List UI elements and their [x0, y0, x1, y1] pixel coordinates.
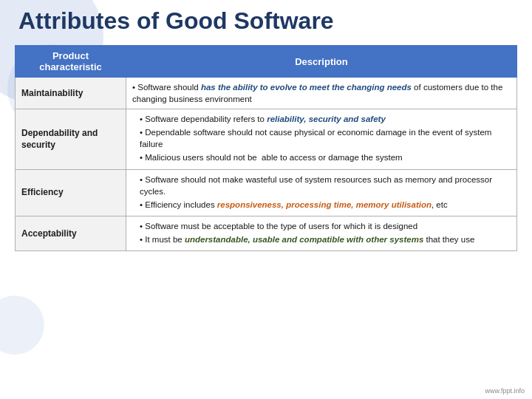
list-item: Software should not make wasteful use of…: [132, 174, 511, 197]
description-efficiency: Software should not make wasteful use of…: [126, 169, 517, 216]
desc-list: Software must be acceptable to the type …: [132, 220, 511, 245]
attributes-table: Product characteristic Description Maint…: [15, 45, 517, 251]
list-item: Software must be acceptable to the type …: [132, 220, 511, 232]
list-item: Dependable software should not cause phy…: [132, 126, 511, 150]
main-container: Attributes of Good Software Product char…: [0, 0, 532, 259]
table-row: Dependability and security Software depe…: [16, 109, 517, 169]
table-row: Efficiency Software should not make wast…: [16, 169, 517, 216]
list-item: Software dependability refers to reliabi…: [132, 113, 511, 125]
characteristic-acceptability: Acceptability: [16, 216, 126, 250]
italic-text: responsiveness, processing time, memory …: [217, 200, 432, 209]
description-acceptability: Software must be acceptable to the type …: [126, 216, 517, 250]
table-row: Acceptability Software must be acceptabl…: [16, 216, 517, 250]
desc-list: Software should not make wasteful use of…: [132, 174, 511, 211]
header-characteristic: Product characteristic: [16, 46, 126, 78]
list-item: Efficiency includes responsiveness, proc…: [132, 199, 511, 211]
characteristic-maintainability: Maintainability: [16, 78, 126, 109]
watermark: www.fppt.info: [485, 387, 525, 395]
characteristic-efficiency: Efficiency: [16, 169, 126, 216]
page-title: Attributes of Good Software: [18, 7, 517, 35]
characteristic-dependability: Dependability and security: [16, 109, 126, 169]
desc-text: • Software should has the ability to evo…: [132, 83, 502, 103]
italic-text: has the ability to evolve to meet the ch…: [201, 83, 412, 92]
italic-text: reliability, security and safety: [267, 115, 386, 123]
italic-text: understandable, usable and compatible wi…: [185, 235, 423, 244]
description-dependability: Software dependability refers to reliabi…: [126, 109, 517, 169]
header-description: Description: [126, 46, 517, 78]
description-maintainability: • Software should has the ability to evo…: [126, 78, 517, 109]
list-item: Malicious users should not be able to ac…: [132, 151, 511, 163]
list-item: It must be understandable, usable and co…: [132, 233, 511, 245]
table-row: Maintainability • Software should has th…: [16, 78, 517, 109]
desc-list: Software dependability refers to reliabi…: [132, 113, 511, 163]
